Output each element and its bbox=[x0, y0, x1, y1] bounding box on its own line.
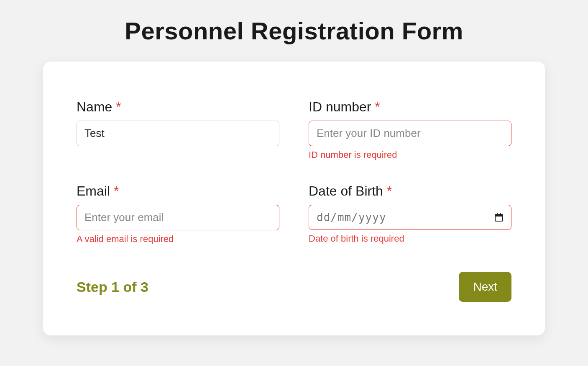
form-footer: Step 1 of 3 Next bbox=[77, 272, 511, 302]
id-number-label-text: ID number bbox=[309, 99, 371, 114]
form-card: Name * ID number * ID number is required… bbox=[43, 62, 545, 335]
dob-label-text: Date of Birth bbox=[309, 183, 383, 198]
page-title: Personnel Registration Form bbox=[8, 17, 580, 45]
dob-label: Date of Birth * bbox=[309, 183, 511, 199]
id-number-label: ID number * bbox=[309, 99, 511, 115]
dob-input-wrapper bbox=[309, 205, 511, 230]
email-label: Email * bbox=[77, 183, 279, 199]
email-required: * bbox=[114, 183, 119, 198]
svg-rect-1 bbox=[495, 214, 503, 217]
field-name: Name * bbox=[77, 99, 279, 160]
field-id-number: ID number * ID number is required bbox=[309, 99, 511, 160]
field-email: Email * A valid email is required bbox=[77, 183, 279, 245]
dob-input[interactable] bbox=[309, 205, 511, 230]
id-number-input[interactable] bbox=[309, 121, 511, 146]
name-label-text: Name bbox=[77, 99, 112, 114]
form-grid: Name * ID number * ID number is required… bbox=[77, 99, 511, 245]
next-button[interactable]: Next bbox=[459, 272, 511, 302]
dob-error: Date of birth is required bbox=[309, 233, 511, 244]
id-number-required: * bbox=[375, 99, 380, 114]
name-input[interactable] bbox=[77, 121, 279, 146]
email-label-text: Email bbox=[77, 183, 110, 198]
email-error: A valid email is required bbox=[77, 234, 279, 245]
name-label: Name * bbox=[77, 99, 279, 115]
calendar-icon[interactable] bbox=[494, 212, 504, 222]
email-input[interactable] bbox=[77, 205, 279, 230]
svg-rect-2 bbox=[497, 213, 498, 215]
dob-required: * bbox=[387, 183, 392, 198]
field-dob: Date of Birth * Date of birth is require… bbox=[309, 183, 511, 245]
id-number-error: ID number is required bbox=[309, 149, 511, 160]
name-required: * bbox=[116, 99, 121, 114]
svg-rect-3 bbox=[500, 213, 501, 215]
step-indicator: Step 1 of 3 bbox=[77, 279, 148, 295]
